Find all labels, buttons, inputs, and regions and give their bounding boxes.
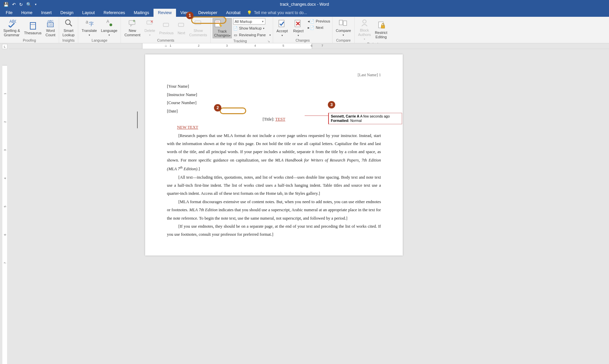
tab-acrobat[interactable]: Acrobat (222, 9, 245, 17)
tell-me-search[interactable]: 💡 Tell me what you want to do... (247, 10, 307, 15)
svg-line-7 (70, 24, 72, 26)
translate-icon: a字 (85, 18, 94, 29)
previous-comment-button[interactable]: Previous (158, 20, 175, 35)
delete-comment-button[interactable]: Delete▾ (143, 18, 157, 37)
group-label-compare: Compare (335, 38, 352, 43)
restrict-editing-icon (377, 20, 385, 31)
show-markup-icon: 📄 (233, 26, 238, 31)
tab-design[interactable]: Design (56, 9, 78, 17)
previous-change-icon: ◂📄 (308, 19, 314, 24)
svg-rect-1 (30, 22, 36, 29)
inserted-newtext: NEW TEXT (177, 123, 381, 131)
field-instructor: [Instructor Name] (167, 91, 381, 99)
previous-change-button[interactable]: ◂📄Previous (308, 18, 330, 24)
revision-balloon-area: Sennett, Carrie A A few seconds ago Form… (328, 113, 402, 124)
tracking-launcher-icon[interactable]: ↘ (267, 40, 270, 43)
translate-button[interactable]: a字 Translate▾ (80, 18, 98, 37)
smart-lookup-icon (64, 18, 73, 29)
svg-rect-23 (279, 20, 284, 27)
tab-home[interactable]: Home (17, 9, 37, 17)
body-para-1: [Research papers that use MLA format do … (167, 132, 381, 173)
group-label-language: Language (80, 38, 119, 43)
svg-text:A: A (106, 19, 109, 24)
body-para-4: [If you use endnotes, they should be on … (167, 222, 381, 239)
group-proofing: ABC Spelling & Grammar Thesaurus ABC123 … (0, 17, 59, 43)
qat-more-icon[interactable]: ▾ (35, 3, 37, 6)
title-bar: 💾 ↶ ↻ 🔍 ▾ track_changes.docx - Word (0, 0, 609, 9)
language-button[interactable]: A Language▾ (99, 18, 119, 37)
thesaurus-button[interactable]: Thesaurus (23, 20, 43, 35)
tab-references[interactable]: References (99, 9, 129, 17)
svg-text:ABC: ABC (47, 19, 54, 23)
block-authors-icon (360, 17, 368, 28)
svg-rect-28 (343, 21, 347, 26)
next-comment-icon (178, 20, 185, 31)
svg-rect-27 (339, 20, 343, 25)
lightbulb-icon: 💡 (247, 10, 252, 15)
svg-text:ABC: ABC (9, 19, 16, 24)
ribbon: ABC Spelling & Grammar Thesaurus ABC123 … (0, 17, 609, 43)
smart-lookup-button[interactable]: Smart Lookup (61, 18, 76, 37)
new-comment-button[interactable]: + New Comment (123, 18, 142, 37)
group-protect: Block Authors▾ Restrict Editing Protect (355, 17, 391, 43)
word-count-button[interactable]: ABC123 Word Count (44, 18, 57, 37)
next-change-button[interactable]: ▸📄Next (308, 25, 330, 31)
group-insights: Smart Lookup Insights (59, 17, 78, 43)
spelling-grammar-button[interactable]: ABC Spelling & Grammar (2, 18, 21, 37)
display-for-review-dropdown[interactable]: All Markup (233, 18, 265, 25)
reviewing-pane-button[interactable]: ▭Reviewing Pane ▾ (233, 32, 271, 38)
word-count-icon: ABC123 (46, 18, 55, 29)
tell-me-placeholder: Tell me what you want to do... (254, 10, 307, 15)
body-para-2: [All text—including titles, quotations, … (167, 173, 381, 198)
annotation-marker-3: 3 (328, 101, 335, 108)
touch-mode-icon[interactable]: 🔍 (26, 2, 32, 7)
compare-icon (339, 18, 348, 29)
document-title: track_changes.docx - Word (280, 2, 329, 7)
quick-access-toolbar: 💾 ↶ ↻ 🔍 ▾ (0, 2, 40, 7)
show-markup-button[interactable]: 📄Show Markup▾ (233, 25, 271, 31)
annotation-marker-2: 2 (214, 104, 221, 111)
svg-point-11 (110, 24, 112, 26)
reject-button[interactable]: Reject▾ (292, 18, 305, 38)
revision-connector-line (305, 116, 328, 116)
svg-text:+: + (133, 19, 135, 24)
document-page[interactable]: [Last Name] 1 [Your Name] [Instructor Na… (145, 54, 403, 256)
svg-point-29 (363, 20, 366, 23)
spelling-icon: ABC (7, 18, 16, 29)
page-header: [Last Name] 1 (167, 71, 381, 79)
tab-review[interactable]: Review (154, 9, 176, 17)
accept-button[interactable]: Accept▾ (275, 18, 289, 38)
svg-text:123: 123 (48, 24, 53, 27)
next-comment-button[interactable]: Next (176, 20, 187, 35)
vertical-ruler[interactable]: 1 2 3 4 5 6 7 (0, 49, 9, 364)
previous-comment-icon (163, 20, 170, 31)
svg-text:字: 字 (89, 21, 94, 27)
document-canvas: [Last Name] 1 [Your Name] [Instructor Na… (9, 49, 609, 364)
undo-icon[interactable]: ↶ (12, 2, 16, 7)
reject-icon (294, 18, 303, 29)
restrict-editing-button[interactable]: Restrict Editing (374, 20, 389, 39)
tab-layout[interactable]: Layout (78, 9, 99, 17)
save-icon[interactable]: 💾 (3, 2, 9, 7)
change-bar (137, 111, 138, 128)
redo-icon[interactable]: ↻ (19, 2, 23, 7)
thesaurus-icon (29, 20, 37, 31)
svg-rect-17 (163, 23, 169, 27)
annotation-oval-2 (220, 107, 246, 114)
revision-balloon[interactable]: Sennett, Carrie A A few seconds ago Form… (328, 113, 402, 124)
compare-button[interactable]: Compare▾ (335, 18, 352, 37)
horizontal-ruler[interactable]: ⌂ 1 2 3 4 5 6 7 (9, 43, 609, 49)
tab-selector[interactable]: L (2, 44, 7, 49)
group-changes: Accept▾ Reject▾ ◂📄Previous ▸📄Next Change… (273, 17, 333, 43)
tab-insert[interactable]: Insert (37, 9, 56, 17)
reviewing-pane-icon: ▭ (233, 33, 238, 37)
accept-icon (278, 18, 287, 29)
group-label-comments: Comments (123, 38, 208, 43)
group-language: a字 Translate▾ A Language▾ Language (78, 17, 121, 43)
block-authors-button[interactable]: Block Authors▾ (357, 17, 372, 41)
tab-developer[interactable]: Developer (194, 9, 222, 17)
field-course: [Course Number] (167, 99, 381, 107)
tab-file[interactable]: File (1, 9, 17, 17)
group-label-proofing: Proofing (2, 38, 57, 43)
tab-mailings[interactable]: Mailings (129, 9, 154, 17)
